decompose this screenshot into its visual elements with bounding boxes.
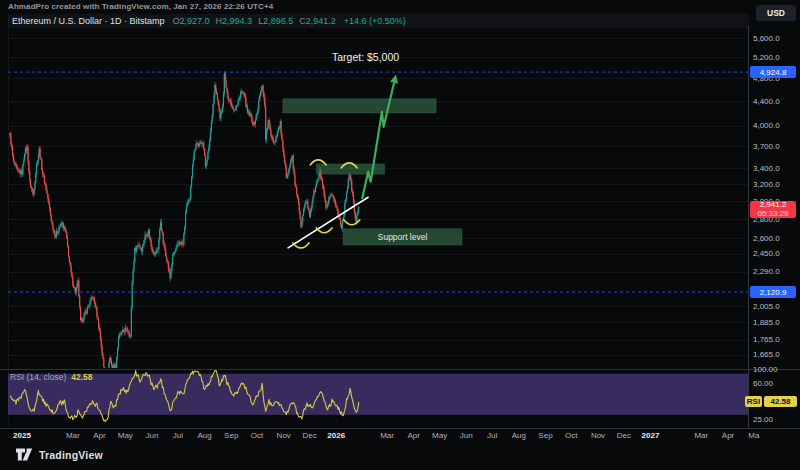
candle xyxy=(220,108,221,121)
candle xyxy=(174,252,175,257)
candle xyxy=(40,146,41,160)
candle xyxy=(58,224,59,235)
candle xyxy=(182,239,183,246)
candle xyxy=(158,237,159,253)
candle-series xyxy=(9,71,359,384)
candle xyxy=(104,366,105,373)
time-axis-month-label: Apr xyxy=(408,431,420,441)
time-axis-month-label: Oct xyxy=(565,431,577,441)
price-tick-label: 2,600.0 xyxy=(753,235,780,243)
price-tick-label: 4,000.0 xyxy=(753,122,780,130)
currency-toggle-button[interactable]: USD xyxy=(756,5,796,21)
candle xyxy=(164,242,165,251)
candle xyxy=(10,131,11,145)
candle xyxy=(139,244,140,250)
candle xyxy=(22,163,23,177)
rsi-tick-label: 60.00 xyxy=(753,380,773,388)
change-value: +14.6 (+0.50%) xyxy=(344,16,406,26)
rsi-indicator-legend[interactable]: RSI (14, close) 42.58 xyxy=(10,372,93,382)
candle xyxy=(78,277,79,297)
candle xyxy=(145,231,146,235)
candle xyxy=(116,356,117,371)
price-level-tag-upper: 4,924.8 xyxy=(750,66,796,78)
candle xyxy=(108,368,109,374)
tradingview-chart-screenshot: AhmadPro created with TradingView.com, J… xyxy=(0,0,800,470)
candle xyxy=(41,158,42,170)
price-tick-label: 2,290.0 xyxy=(753,268,780,276)
candle xyxy=(247,103,248,114)
price-tick-label: 3,400.0 xyxy=(753,165,780,173)
candle xyxy=(249,109,250,117)
rsi-tick-label: 100.00 xyxy=(753,366,777,374)
time-axis-month-label: Oct xyxy=(251,431,263,441)
rsi-axis-badge: RSI xyxy=(745,396,762,407)
time-axis-month-label: Apr xyxy=(93,431,105,441)
candle xyxy=(203,141,204,151)
time-axis-month-label: Aug xyxy=(512,431,526,441)
candle xyxy=(24,153,25,161)
time-axis-year-label: 2025 xyxy=(13,431,31,441)
ohlc-open-label: O xyxy=(173,16,180,26)
time-axis-year-label: 2027 xyxy=(642,431,660,441)
bar-countdown: 05:33:29 xyxy=(757,209,788,218)
last-price-tag: 2,941.2 05:33:29 xyxy=(750,201,796,218)
time-axis-year-label: 2026 xyxy=(327,431,345,441)
candle xyxy=(232,104,233,109)
candle xyxy=(326,206,327,210)
support-level-label[interactable]: Support level xyxy=(343,229,462,245)
time-axis-month-label: Jun xyxy=(460,431,473,441)
candle xyxy=(129,330,130,338)
ohlc-low-value: 2,896.5 xyxy=(263,16,293,26)
time-axis-month-label: Aug xyxy=(197,431,211,441)
tradingview-logo-text: TradingView xyxy=(39,449,103,461)
tradingview-logo[interactable]: TradingView xyxy=(15,447,103,462)
time-axis-month-label: Nov xyxy=(277,431,291,441)
price-tick-label: 1,765.0 xyxy=(753,336,780,344)
resistance-upper-zone[interactable] xyxy=(283,99,436,113)
ohlc-open-value: 2,927.0 xyxy=(180,16,210,26)
candle xyxy=(131,305,132,338)
time-axis-month-label: Ma xyxy=(748,431,759,441)
time-axis-month-label: Mar xyxy=(66,431,80,441)
price-level-tag-lower: 2,120.9 xyxy=(750,286,796,298)
candle xyxy=(194,150,195,160)
time-axis-month-label: Jul xyxy=(173,431,183,441)
time-axis-month-label: Dec xyxy=(617,431,631,441)
candle xyxy=(63,222,64,231)
candle xyxy=(331,192,332,198)
candle xyxy=(191,176,192,187)
candle xyxy=(205,153,206,168)
ohlc-close-value: 2,941.2 xyxy=(306,16,336,26)
candle xyxy=(266,128,267,143)
rsi-label: RSI (14, close) xyxy=(10,372,66,382)
candle xyxy=(56,228,57,239)
candle xyxy=(44,174,45,185)
target-annotation-text[interactable]: Target: $5,000 xyxy=(332,51,399,63)
time-axis-month-label: Mar xyxy=(694,431,708,441)
ohlc-high-value: 2,994.3 xyxy=(222,16,252,26)
symbol-title[interactable]: Ethereum / U.S. Dollar · 1D · Bitstamp xyxy=(12,16,165,26)
price-tick-label: 5,600.0 xyxy=(753,35,780,43)
time-axis-month-label: Sep xyxy=(224,431,238,441)
candle xyxy=(125,324,126,335)
candle xyxy=(51,214,52,222)
attribution-text: AhmadPro created with TradingView.com, J… xyxy=(8,2,273,11)
tradingview-logo-icon xyxy=(15,447,33,462)
candle xyxy=(142,244,143,255)
time-axis-month-label: Sep xyxy=(538,431,552,441)
time-axis-month-label: Jun xyxy=(146,431,159,441)
rsi-value: 42.58 xyxy=(71,372,92,382)
candle xyxy=(184,225,185,234)
price-tick-label: 2,005.0 xyxy=(753,303,780,311)
candle xyxy=(121,331,122,335)
candle xyxy=(54,230,55,239)
price-tick-label: 1,885.0 xyxy=(753,319,780,327)
symbol-legend[interactable]: Ethereum / U.S. Dollar · 1D · Bitstamp O… xyxy=(8,14,749,28)
time-axis-month-label: May xyxy=(118,431,133,441)
rsi-axis-value-tag: 42.58 xyxy=(764,396,797,407)
candle xyxy=(313,188,314,198)
time-axis-month-label: May xyxy=(432,431,447,441)
candle xyxy=(156,247,157,254)
price-tick-label: 1,665.0 xyxy=(753,351,780,359)
candle xyxy=(183,232,184,246)
